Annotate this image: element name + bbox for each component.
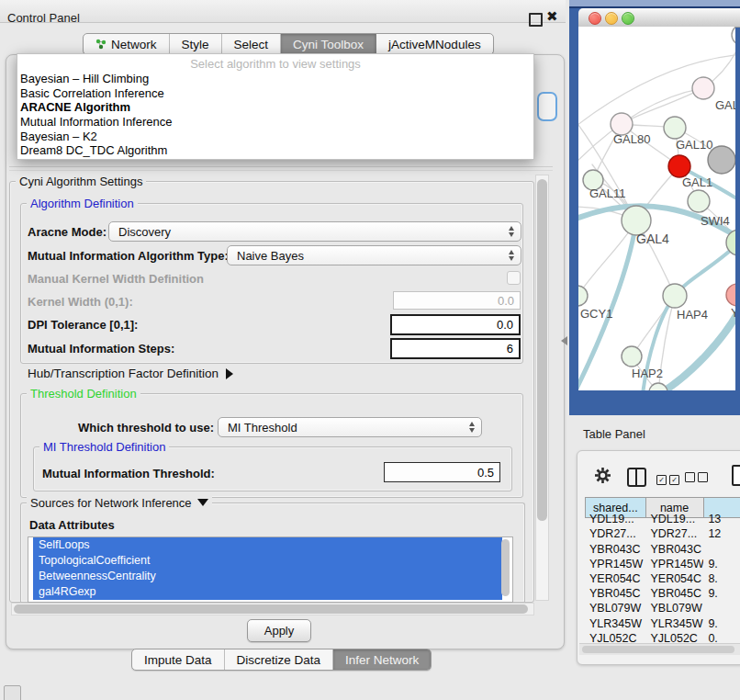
algorithm-option[interactable]: Basic Correlation Inference — [17, 86, 533, 101]
mi-steps-input[interactable] — [390, 338, 521, 359]
network-node[interactable] — [708, 146, 735, 174]
aracne-mode-combo[interactable]: Discovery — [108, 221, 521, 242]
table-cell[interactable]: YBR043C — [585, 542, 645, 557]
minimize-traffic-light-icon[interactable] — [605, 12, 618, 25]
table-horizontal-scrollbar[interactable] — [579, 643, 740, 655]
table-row[interactable]: YBL079W YBL079W — [585, 601, 740, 615]
table-cell[interactable]: 9. — [703, 557, 740, 571]
close-panel-icon[interactable]: ✖ — [546, 8, 558, 25]
network-node-hap2[interactable] — [622, 346, 642, 367]
float-panel-icon[interactable] — [529, 13, 543, 27]
mi-threshold-input[interactable] — [384, 462, 500, 482]
table-cell[interactable]: 9. — [703, 616, 740, 631]
table-panel: ✓✓ shared... name YDL19... YDL19... 13 Y… — [577, 450, 740, 665]
gear-icon[interactable] — [594, 467, 611, 487]
tab-jactivemnodules[interactable]: jActiveMNodules — [376, 34, 493, 54]
table-row[interactable]: YBR045C YBR045C 9. — [585, 586, 740, 601]
mi-type-combo[interactable]: Naive Bayes — [227, 245, 521, 265]
select-all-columns-icon[interactable]: ✓✓ — [656, 471, 682, 485]
network-canvas-svg[interactable]: GAL7GAL80GAL10GAL1GAL11SWI4GAL4GCY1HAP4Y… — [578, 27, 735, 390]
table-cell[interactable]: YDL19... — [585, 512, 645, 526]
table-cell[interactable]: YPR145W — [585, 557, 645, 571]
network-canvas[interactable]: GAL7GAL80GAL10GAL1GAL11SWI4GAL4GCY1HAP4Y… — [578, 27, 735, 390]
table-cell[interactable]: 9. — [703, 586, 740, 601]
zoom-traffic-light-icon[interactable] — [622, 12, 634, 25]
network-node-gal7[interactable] — [692, 77, 714, 99]
hub-section-toggle[interactable]: Hub/Transcription Factor Definition — [28, 367, 233, 380]
table-cell[interactable]: YPR145W — [645, 557, 703, 571]
table-cell[interactable]: 12 — [703, 526, 740, 541]
scrollbar-thumb[interactable] — [14, 604, 528, 614]
attribute-item-selected[interactable]: gal4RGexp — [33, 584, 502, 600]
list-scrollbar-thumb[interactable] — [501, 539, 510, 596]
table-cell[interactable]: 8. — [703, 571, 740, 586]
network-node-gcy1[interactable] — [578, 286, 588, 306]
network-node-hap4[interactable] — [663, 284, 687, 308]
manual-kernel-checkbox[interactable] — [507, 271, 521, 285]
tab-label: jActiveMNodules — [388, 38, 481, 51]
tab-style[interactable]: Style — [170, 34, 222, 54]
network-node-y[interactable] — [726, 284, 735, 306]
algorithm-option-selected[interactable]: ARACNE Algorithm — [17, 100, 533, 115]
network-window-titlebar[interactable] — [578, 8, 740, 28]
table-row[interactable]: YLR345W YLR345W 9. — [585, 616, 740, 631]
close-traffic-light-icon[interactable] — [589, 12, 601, 25]
table-body: YDL19... YDL19... 13 YDR27... YDR27... 1… — [585, 512, 740, 646]
tab-discretize-data[interactable]: Discretize Data — [225, 649, 334, 670]
table-cell[interactable]: YBR043C — [645, 542, 703, 557]
table-cell[interactable]: YLR345W — [585, 616, 645, 631]
network-edge[interactable] — [622, 88, 703, 124]
export-table-icon[interactable] — [732, 465, 740, 486]
scrollbar-thumb[interactable] — [582, 646, 734, 653]
table-row[interactable]: YBR043C YBR043C — [585, 542, 740, 557]
sources-toggle[interactable]: Sources for Network Inference — [27, 496, 212, 510]
table-cell[interactable]: YBR045C — [585, 586, 645, 601]
network-node-gal10[interactable] — [664, 117, 686, 139]
table-cell[interactable]: YER054C — [585, 571, 645, 586]
table-row[interactable]: YDR27... YDR27... 12 — [585, 526, 740, 541]
table-cell[interactable]: 13 — [703, 512, 740, 526]
apply-button[interactable]: Apply — [247, 619, 311, 642]
algorithm-option[interactable]: Dream8 DC_TDC Algorithm — [17, 143, 533, 158]
algorithm-option[interactable]: Bayesian – K2 — [17, 130, 533, 144]
scrollbar-thumb[interactable] — [537, 179, 547, 521]
tab-infer-network[interactable]: Infer Network — [333, 649, 431, 670]
tab-impute-data[interactable]: Impute Data — [132, 649, 225, 670]
table-cell[interactable]: YBL079W — [585, 601, 645, 615]
network-node[interactable] — [688, 190, 710, 212]
settings-horizontal-scrollbar[interactable] — [11, 603, 534, 615]
table-cell[interactable]: YER054C — [645, 571, 703, 586]
algorithm-option[interactable]: Mutual Information Inference — [17, 115, 533, 130]
tab-cyni-toolbox[interactable]: Cyni Toolbox — [281, 34, 376, 54]
tab-label: Select — [234, 38, 269, 51]
deselect-all-columns-icon[interactable] — [685, 471, 711, 485]
kernel-width-input[interactable] — [393, 291, 521, 310]
settings-vertical-scrollbar[interactable] — [535, 175, 549, 601]
dpi-tolerance-input[interactable] — [390, 314, 521, 335]
table-cell[interactable] — [703, 542, 740, 557]
minimized-panel-icon[interactable] — [4, 685, 21, 700]
network-node[interactable] — [732, 27, 735, 45]
table-cell[interactable] — [703, 601, 740, 615]
attribute-item-selected[interactable]: SelfLoops — [33, 537, 502, 553]
table-row[interactable]: YDL19... YDL19... 13 — [585, 512, 740, 526]
table-cell[interactable]: YBL079W — [645, 601, 703, 615]
table-cell[interactable]: YDR27... — [585, 526, 645, 541]
network-node-gal1[interactable] — [668, 155, 690, 177]
splitter-collapse-icon[interactable] — [561, 336, 567, 345]
network-node-label: GCY1 — [580, 307, 612, 321]
table-cell[interactable]: YDR27... — [645, 526, 703, 541]
algorithm-option[interactable]: Bayesian – Hill Climbing — [17, 72, 533, 86]
attribute-item-selected[interactable]: TopologicalCoefficient — [33, 553, 502, 569]
table-cell[interactable]: YBR045C — [645, 586, 703, 601]
column-layout-icon[interactable] — [627, 468, 646, 487]
table-cell[interactable]: YLR345W — [645, 616, 703, 631]
attribute-item-selected[interactable]: BetweennessCentrality — [33, 569, 502, 584]
table-row[interactable]: YPR145W YPR145W 9. — [585, 557, 740, 571]
table-cell[interactable]: YDL19... — [645, 512, 703, 526]
tab-select[interactable]: Select — [222, 34, 282, 54]
which-threshold-combo[interactable]: MI Threshold — [218, 417, 482, 437]
tab-network[interactable]: Network — [84, 34, 170, 54]
inference-algorithm-combo-fragment[interactable] — [537, 92, 557, 121]
table-row[interactable]: YER054C YER054C 8. — [585, 571, 740, 586]
